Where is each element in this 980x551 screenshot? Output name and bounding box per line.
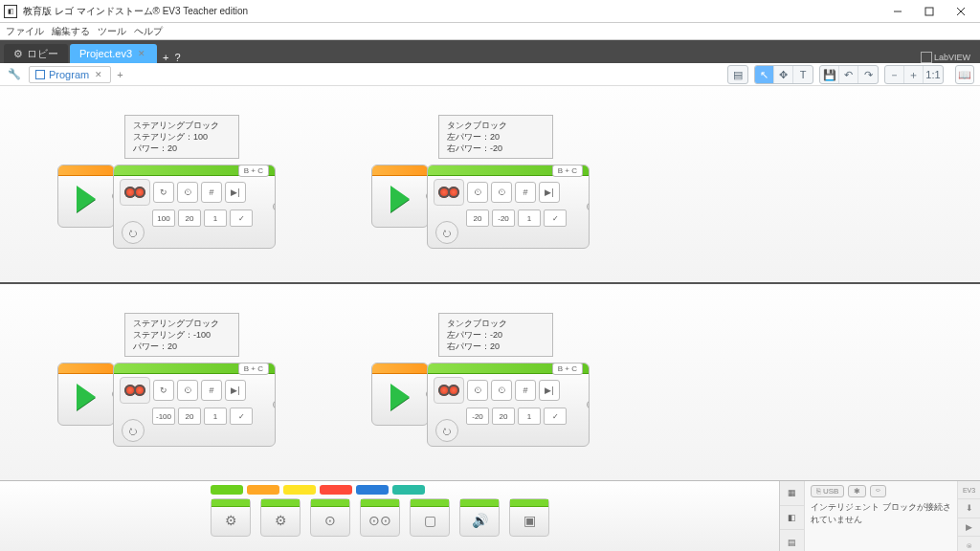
app-logo-icon: ◧ xyxy=(4,5,17,18)
palette-move-tank[interactable]: ⊙⊙ xyxy=(360,498,400,537)
mode-selector[interactable]: ⭮ xyxy=(435,419,458,442)
param-brake-icon[interactable]: ▶| xyxy=(225,380,246,401)
palette-large-motor[interactable]: ⚙ xyxy=(260,498,301,537)
steering-block[interactable]: B + C ↻ ⏲ # ▶| -100 20 1 ✓ ⭮ xyxy=(113,363,276,447)
mode-selector[interactable]: ⭮ xyxy=(435,221,458,244)
start-block[interactable] xyxy=(371,165,429,228)
tank-block[interactable]: B + C ⏲ ⏲ # ▶| -20 20 1 ✓ ⭮ xyxy=(427,363,590,447)
palette-sound[interactable]: 🔊 xyxy=(459,498,500,537)
tank-block[interactable]: B + C ⏲ ⏲ # ▶| 20 -20 1 ✓ ⭮ xyxy=(427,165,590,249)
value-field[interactable]: ✓ xyxy=(544,408,567,425)
menu-tools[interactable]: ツール xyxy=(98,25,126,38)
brick-info-button[interactable]: ▦ xyxy=(780,481,804,506)
value-field[interactable]: -20 xyxy=(492,209,515,227)
param-left-icon[interactable]: ⏲ xyxy=(467,380,488,401)
palette-tab-advanced[interactable] xyxy=(356,485,389,495)
canvas[interactable]: ステアリングブロック ステアリング：100 パワー：20 B + C ↻ ⏲ #… xyxy=(0,86,980,480)
param-rotations-icon[interactable]: # xyxy=(201,182,222,203)
port-selector[interactable]: B + C xyxy=(552,363,583,375)
zoom-out-button[interactable]: － xyxy=(885,66,904,83)
lobby-tab[interactable]: ⚙ ロビー xyxy=(4,44,68,63)
value-field[interactable]: 20 xyxy=(466,209,489,227)
param-power-icon[interactable]: ⏲ xyxy=(177,380,198,401)
menu-help[interactable]: ヘルプ xyxy=(134,25,163,38)
param-brake-icon[interactable]: ▶| xyxy=(225,182,246,203)
value-field[interactable]: 1 xyxy=(204,209,227,227)
pointer-tool-button[interactable]: ↖ xyxy=(755,66,774,83)
play-icon xyxy=(77,384,96,410)
param-power-icon[interactable]: ⏲ xyxy=(177,182,198,203)
palette-brick-status[interactable]: ▣ xyxy=(509,498,549,537)
add-program-icon[interactable]: + xyxy=(117,69,122,80)
close-button[interactable] xyxy=(946,1,976,22)
param-left-icon[interactable]: ⏲ xyxy=(467,182,488,203)
wrench-icon[interactable]: 🔧 xyxy=(6,66,23,83)
param-steering-icon[interactable]: ↻ xyxy=(153,380,174,401)
menu-edit[interactable]: 編集する xyxy=(52,25,90,38)
value-field[interactable]: ✓ xyxy=(544,209,567,227)
program-tab-close-icon[interactable]: ✕ xyxy=(93,70,104,79)
project-tab[interactable]: Project.ev3✕ xyxy=(70,44,157,63)
list-view-button[interactable]: ▤ xyxy=(728,66,747,83)
wifi-chip[interactable]: ⌔ xyxy=(870,485,886,497)
zoom-in-button[interactable]: ＋ xyxy=(904,66,924,83)
value-field[interactable]: -100 xyxy=(152,408,175,425)
steering-block[interactable]: B + C ↻ ⏲ # ▶| 100 20 1 ✓ ⭮ xyxy=(113,165,276,249)
bluetooth-chip[interactable]: ✱ xyxy=(848,485,866,497)
minimize-button[interactable] xyxy=(882,1,913,22)
start-block[interactable] xyxy=(371,363,429,426)
start-block[interactable] xyxy=(57,363,115,426)
download-button[interactable]: ⬇ xyxy=(958,499,980,518)
port-selector[interactable]: B + C xyxy=(238,363,269,375)
param-rotations-icon[interactable]: # xyxy=(515,380,536,401)
port-selector[interactable]: B + C xyxy=(238,165,269,177)
palette-tab-myblocks[interactable] xyxy=(392,485,425,495)
param-rotations-icon[interactable]: # xyxy=(515,182,536,203)
param-right-icon[interactable]: ⏲ xyxy=(491,380,512,401)
value-field[interactable]: 20 xyxy=(492,408,515,425)
value-field[interactable]: ✓ xyxy=(230,209,253,227)
pan-tool-button[interactable]: ✥ xyxy=(774,66,793,83)
value-field[interactable]: 20 xyxy=(178,209,201,227)
value-field[interactable]: 20 xyxy=(178,408,201,425)
usb-chip[interactable]: ⎘ USB xyxy=(811,485,844,497)
available-bricks-button[interactable]: ▤ xyxy=(780,530,804,551)
help-icon[interactable]: ? xyxy=(174,52,180,63)
mode-selector[interactable]: ⭮ xyxy=(122,419,145,442)
save-button[interactable]: 💾 xyxy=(820,66,839,83)
content-help-button[interactable]: 📖 xyxy=(955,65,974,84)
menu-file[interactable]: ファイル xyxy=(6,25,44,38)
comment-tool-button[interactable]: T xyxy=(793,66,813,83)
value-field[interactable]: 100 xyxy=(152,209,175,227)
value-field[interactable]: 1 xyxy=(518,408,541,425)
run-selected-button[interactable]: ⍟ xyxy=(958,537,980,551)
redo-button[interactable]: ↷ xyxy=(858,66,878,83)
start-block[interactable] xyxy=(57,165,115,228)
palette-tab-sensor[interactable] xyxy=(283,485,316,495)
value-field[interactable]: 1 xyxy=(518,209,541,227)
maximize-button[interactable] xyxy=(914,1,945,22)
param-right-icon[interactable]: ⏲ xyxy=(491,182,512,203)
project-tab-close-icon[interactable]: ✕ xyxy=(136,49,147,58)
program-tab[interactable]: Program ✕ xyxy=(29,66,111,83)
param-brake-icon[interactable]: ▶| xyxy=(539,380,560,401)
param-rotations-icon[interactable]: # xyxy=(201,380,222,401)
value-field[interactable]: 1 xyxy=(204,408,227,425)
value-field[interactable]: ✓ xyxy=(230,408,253,425)
palette-tab-flow[interactable] xyxy=(247,485,279,495)
palette-tab-data[interactable] xyxy=(320,485,352,495)
palette-display[interactable]: ▢ xyxy=(410,498,450,537)
port-selector[interactable]: B + C xyxy=(552,165,583,177)
undo-button[interactable]: ↶ xyxy=(839,66,858,83)
palette-medium-motor[interactable]: ⚙ xyxy=(211,498,251,537)
palette-tab-action[interactable] xyxy=(211,485,243,495)
value-field[interactable]: -20 xyxy=(466,408,489,425)
palette-move-steering[interactable]: ⊙ xyxy=(310,498,350,537)
zoom-reset-button[interactable]: 1:1 xyxy=(924,66,943,83)
param-brake-icon[interactable]: ▶| xyxy=(539,182,560,203)
param-steering-icon[interactable]: ↻ xyxy=(153,182,174,203)
mode-selector[interactable]: ⭮ xyxy=(122,221,145,244)
add-tab-icon[interactable]: + xyxy=(163,52,168,63)
run-button[interactable]: ▶ xyxy=(958,518,980,537)
port-view-button[interactable]: ◧ xyxy=(780,506,804,531)
